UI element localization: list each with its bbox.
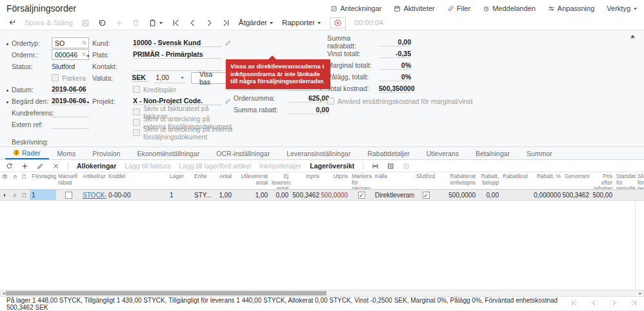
currency-value[interactable]: SEK	[132, 74, 149, 82]
begard-den-value[interactable]: 2019-06-06	[52, 97, 89, 105]
column-header-manuell-rabatt[interactable]: Manuell rabatt	[56, 172, 81, 189]
grid-row[interactable]: 1STOCK-I...0-00-001STY...1,001,000,00500…	[0, 190, 644, 201]
column-header-lock[interactable]	[10, 172, 19, 189]
column-header-enhe[interactable]: Enhe	[192, 172, 214, 189]
item-link[interactable]: STOCK-I...	[83, 192, 106, 199]
menu-meddelanden[interactable]: Meddelanden	[483, 5, 536, 12]
inköpsdetaljer-button[interactable]: Inköpsdetaljer	[259, 162, 301, 170]
plats-value[interactable]: PRIMÄR - Primärplats	[133, 50, 222, 59]
undo-button[interactable]	[98, 19, 106, 27]
cell-antal[interactable]: 1,00	[214, 190, 234, 200]
cell-rabatterat-enhetspris[interactable]: 500,0000	[438, 190, 478, 200]
go-last-button[interactable]	[222, 19, 230, 27]
cell-rabatt[interactable]: 0,000000	[532, 190, 563, 200]
cell-rabatt-belopp[interactable]: 0,00	[478, 190, 501, 200]
tab-rader[interactable]: !Rader	[5, 147, 49, 159]
back-button[interactable]	[8, 19, 16, 27]
menu-aktiviteter[interactable]: Aktiviteter	[394, 5, 434, 12]
cell-markera-för-inköpso[interactable]: ✓	[350, 190, 373, 200]
column-header-grid-settings[interactable]	[0, 172, 10, 189]
scroll-left-arrow[interactable]: ◄	[1, 291, 6, 296]
edit-row-button[interactable]	[37, 163, 44, 170]
kundreferens-input[interactable]	[52, 108, 89, 117]
edit-pencil-icon[interactable]	[225, 97, 232, 105]
delete-row-button[interactable]	[52, 163, 59, 170]
tab-betalningar[interactable]: Betalningar	[467, 147, 518, 159]
parkera-checkbox[interactable]	[52, 74, 59, 81]
actions-menu-button[interactable]: Åtgärder	[239, 19, 274, 26]
menu-anteckningar[interactable]: Anteckningar	[330, 5, 381, 12]
menu-anpassning[interactable]: Anpassning	[548, 5, 595, 12]
add-button[interactable]	[115, 19, 123, 27]
pager-next-button[interactable]	[610, 299, 618, 308]
add-row-button[interactable]	[21, 163, 28, 170]
column-header-artikelnur[interactable]: Artikelnur	[81, 172, 106, 189]
column-header-källa[interactable]: Källa	[373, 172, 414, 189]
cell-row-expander[interactable]	[0, 190, 10, 200]
tab-ocr-inställningar[interactable]: OCR-inställningar	[208, 147, 278, 159]
kreditsparr-checkbox[interactable]	[133, 86, 140, 93]
export-excel-button[interactable]	[387, 163, 394, 170]
extern-ref-input[interactable]	[52, 119, 89, 129]
tab-leveransinställningar[interactable]: Leveransinställningar	[278, 147, 359, 159]
go-first-button[interactable]	[172, 19, 180, 27]
reports-menu-button[interactable]: Rapporter	[282, 19, 321, 26]
column-header-startdatum-för-periodiser[interactable]: Startdatum för periodiser	[614, 172, 636, 189]
go-previous-button[interactable]	[188, 19, 197, 27]
tab-moms[interactable]: Moms	[49, 147, 85, 159]
cell-företagsg[interactable]: 1	[30, 190, 56, 200]
pager-last-button[interactable]	[630, 299, 638, 308]
cell-artikelnur[interactable]: STOCK-I...	[81, 190, 106, 200]
edit-pencil-icon[interactable]	[225, 39, 232, 46]
column-header-slutdatum-för-periodisering[interactable]: Slutdatum för periodisering	[636, 172, 644, 189]
tab-summor[interactable]: Summor	[518, 147, 561, 159]
stop-processing-button[interactable]	[330, 17, 346, 28]
scrollbar-thumb[interactable]	[6, 291, 327, 296]
fit-columns-button[interactable]	[372, 163, 379, 170]
save-close-button[interactable]: Spara & Stäng	[25, 19, 73, 26]
cell-koddel[interactable]: 0-00-00	[106, 190, 168, 200]
allokeringar-button[interactable]: Allokeringar	[77, 162, 116, 170]
column-header-rabatt[interactable]: Rabatt, %	[532, 172, 563, 189]
column-header-lager[interactable]: Lager	[168, 172, 192, 189]
column-header-ej-levererat-antal[interactable]: Ej levererat antal	[270, 172, 290, 189]
column-header-utpris[interactable]: Utpris	[321, 172, 350, 189]
refresh-grid-button[interactable]	[6, 163, 13, 170]
column-header-markera-för-inköpso[interactable]: Markera för inköpso	[350, 172, 373, 189]
column-header-utlevererat-antal[interactable]: Utlevererat antal	[234, 172, 270, 189]
horizontal-scrollbar[interactable]: ◄ ►	[0, 290, 644, 297]
delete-button[interactable]	[132, 19, 140, 27]
ordertyp-input[interactable]: SO	[52, 37, 89, 48]
cell-lock[interactable]	[10, 190, 19, 200]
collapse-panel-icon[interactable]	[629, 33, 636, 40]
cell-utlevererat-antal[interactable]: 1,00	[234, 190, 270, 200]
tab-utleverans[interactable]: Utleverans	[418, 147, 467, 159]
scroll-right-arrow[interactable]: ►	[638, 291, 643, 296]
cell-lager[interactable]: 1	[168, 190, 192, 200]
cell-manuell-rabatt[interactable]	[56, 190, 81, 200]
column-header-rabattkod[interactable]: Rabattkod	[501, 172, 532, 189]
search-icon[interactable]	[81, 40, 87, 46]
save-button[interactable]	[81, 19, 90, 27]
pager-previous-button[interactable]	[590, 299, 598, 308]
upload-button[interactable]	[403, 163, 410, 170]
lageröversikt-button[interactable]: Lageröversikt	[310, 162, 354, 170]
datum-value[interactable]: 2019-06-06	[52, 85, 89, 94]
cell-källa[interactable]: Direktleverans	[373, 190, 414, 200]
go-next-button[interactable]	[205, 19, 214, 27]
column-header-inpris[interactable]: Inpris	[290, 172, 321, 189]
column-header-slutförd[interactable]: Slutförd	[414, 172, 438, 189]
cell-ej-levererat-antal[interactable]: 0,00	[270, 190, 290, 200]
rate-dropdown[interactable]: 1,00	[154, 73, 186, 83]
cell-enhe[interactable]: STY...	[192, 190, 214, 200]
cell-slutdatum-för-periodisering[interactable]	[636, 190, 644, 200]
column-header-doc[interactable]	[19, 172, 30, 189]
column-header-rabatterat-enhetspris[interactable]: Rabatterat enhetspris	[438, 172, 478, 189]
pager-first-button[interactable]	[570, 299, 578, 308]
cell-pris-efter-rabatter[interactable]: 500,00	[591, 190, 614, 200]
column-header-företagsg[interactable]: Företagsg	[30, 172, 56, 189]
search-icon[interactable]	[81, 52, 87, 57]
column-header-genomsni[interactable]: Genomsni	[563, 172, 591, 189]
cell-inpris[interactable]: 500,3462	[290, 190, 321, 200]
cell-rabattkod[interactable]	[501, 190, 532, 200]
